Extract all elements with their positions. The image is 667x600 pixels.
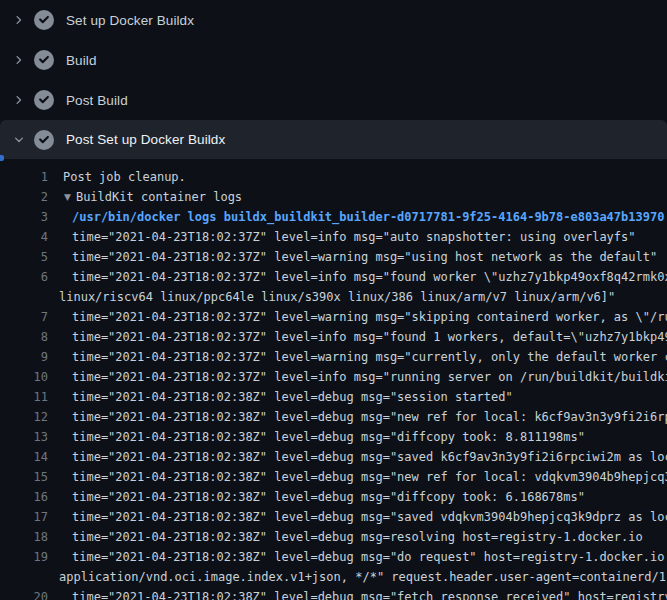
log-line-number[interactable]: 11 bbox=[0, 387, 48, 407]
log-line-number bbox=[0, 287, 48, 307]
log-line-number[interactable]: 15 bbox=[0, 467, 48, 487]
check-circle-icon bbox=[34, 10, 54, 30]
log-line-number[interactable]: 19 bbox=[0, 547, 48, 567]
log-line: 14 time="2021-04-23T18:02:38Z" level=deb… bbox=[0, 447, 667, 467]
chevron-down-icon[interactable] bbox=[12, 133, 26, 147]
step-row-post-set-up-docker-buildx[interactable]: Post Set up Docker Buildx bbox=[0, 120, 667, 159]
log-line-number[interactable]: 20 bbox=[0, 587, 48, 600]
log-line-number bbox=[0, 567, 48, 587]
log-line-number[interactable]: 10 bbox=[0, 367, 48, 387]
log-line-text: time="2021-04-23T18:02:38Z" level=debug … bbox=[48, 447, 667, 467]
log-line-number[interactable]: 9 bbox=[0, 347, 48, 367]
step-label: Post Build bbox=[66, 93, 128, 108]
log-panel: 1 Post job cleanup. 2 ▼BuildKit containe… bbox=[0, 159, 667, 600]
actions-log-viewer: Set up Docker Buildx Build Post Build bbox=[0, 0, 667, 600]
log-line-text: application/vnd.oci.image.index.v1+json,… bbox=[48, 567, 667, 587]
log-line: 6 time="2021-04-23T18:02:37Z" level=info… bbox=[0, 267, 667, 287]
log-line-number[interactable]: 6 bbox=[0, 267, 48, 287]
log-line-number[interactable]: 17 bbox=[0, 507, 48, 527]
log-line-text: time="2021-04-23T18:02:37Z" level=warnin… bbox=[48, 307, 667, 327]
log-line-text: time="2021-04-23T18:02:37Z" level=warnin… bbox=[48, 247, 657, 267]
log-line-number[interactable]: 4 bbox=[0, 227, 48, 247]
log-line-number[interactable]: 3 bbox=[0, 207, 48, 227]
step-row-build[interactable]: Build bbox=[0, 40, 667, 80]
check-circle-icon bbox=[34, 50, 54, 70]
log-line-text: time="2021-04-23T18:02:38Z" level=debug … bbox=[48, 387, 513, 407]
log-line-text: time="2021-04-23T18:02:37Z" level=info m… bbox=[48, 367, 667, 387]
log-line-number[interactable]: 7 bbox=[0, 307, 48, 327]
log-line-text: time="2021-04-23T18:02:38Z" level=debug … bbox=[48, 487, 585, 507]
log-line-text: time="2021-04-23T18:02:38Z" level=debug … bbox=[48, 507, 667, 527]
log-line-text: time="2021-04-23T18:02:38Z" level=debug … bbox=[48, 547, 667, 567]
log-line-number[interactable]: 8 bbox=[0, 327, 48, 347]
log-line-text: linux/riscv64 linux/ppc64le linux/s390x … bbox=[48, 287, 615, 307]
log-line: 13 time="2021-04-23T18:02:38Z" level=deb… bbox=[0, 427, 667, 447]
log-line: 12 time="2021-04-23T18:02:38Z" level=deb… bbox=[0, 407, 667, 427]
log-line-text: time="2021-04-23T18:02:38Z" level=debug … bbox=[48, 467, 667, 487]
log-line: 19 time="2021-04-23T18:02:38Z" level=deb… bbox=[0, 547, 667, 567]
log-line: 18 time="2021-04-23T18:02:38Z" level=deb… bbox=[0, 527, 667, 547]
step-row-post-build[interactable]: Post Build bbox=[0, 80, 667, 120]
log-line-number[interactable]: 13 bbox=[0, 427, 48, 447]
steps-list: Set up Docker Buildx Build Post Build bbox=[0, 0, 667, 159]
log-line: 4 time="2021-04-23T18:02:37Z" level=info… bbox=[0, 227, 667, 247]
log-line-text: time="2021-04-23T18:02:37Z" level=warnin… bbox=[48, 347, 667, 367]
log-line-number[interactable]: 16 bbox=[0, 487, 48, 507]
log-line-text: time="2021-04-23T18:02:37Z" level=info m… bbox=[48, 327, 667, 347]
step-label: Post Set up Docker Buildx bbox=[66, 132, 225, 147]
log-line: application/vnd.oci.image.index.v1+json,… bbox=[0, 567, 667, 587]
step-label: Set up Docker Buildx bbox=[66, 13, 194, 28]
log-line-number[interactable]: 1 bbox=[0, 167, 48, 187]
log-line-text: time="2021-04-23T18:02:38Z" level=debug … bbox=[48, 427, 585, 447]
log-line-text: time="2021-04-23T18:02:37Z" level=info m… bbox=[48, 267, 667, 287]
log-line: 3 /usr/bin/docker logs buildx_buildkit_b… bbox=[0, 207, 667, 227]
log-line-text: time="2021-04-23T18:02:37Z" level=info m… bbox=[48, 227, 636, 247]
log-line: linux/riscv64 linux/ppc64le linux/s390x … bbox=[0, 287, 667, 307]
log-line: 8 time="2021-04-23T18:02:37Z" level=info… bbox=[0, 327, 667, 347]
log-line: 9 time="2021-04-23T18:02:37Z" level=warn… bbox=[0, 347, 667, 367]
focus-accent bbox=[0, 155, 4, 161]
group-toggle-icon[interactable]: ▼ bbox=[64, 187, 71, 207]
log-line: 5 time="2021-04-23T18:02:37Z" level=warn… bbox=[0, 247, 667, 267]
log-line-text: time="2021-04-23T18:02:38Z" level=debug … bbox=[48, 527, 643, 547]
log-line-text: Post job cleanup. bbox=[48, 167, 186, 187]
chevron-right-icon[interactable] bbox=[12, 13, 26, 27]
log-line-number[interactable]: 18 bbox=[0, 527, 48, 547]
log-line-number[interactable]: 14 bbox=[0, 447, 48, 467]
chevron-right-icon[interactable] bbox=[12, 53, 26, 67]
log-line-text: ▼BuildKit container logs bbox=[48, 187, 242, 207]
log-line: 11 time="2021-04-23T18:02:38Z" level=deb… bbox=[0, 387, 667, 407]
log-line: 16 time="2021-04-23T18:02:38Z" level=deb… bbox=[0, 487, 667, 507]
log-line-number[interactable]: 5 bbox=[0, 247, 48, 267]
check-circle-icon bbox=[34, 130, 54, 150]
log-line: 10 time="2021-04-23T18:02:37Z" level=inf… bbox=[0, 367, 667, 387]
log-line: 17 time="2021-04-23T18:02:38Z" level=deb… bbox=[0, 507, 667, 527]
log-line: 1 Post job cleanup. bbox=[0, 167, 667, 187]
log-line-text: time="2021-04-23T18:02:38Z" level=debug … bbox=[48, 587, 667, 600]
log-line-text: /usr/bin/docker logs buildx_buildkit_bui… bbox=[48, 207, 664, 227]
check-circle-icon bbox=[34, 90, 54, 110]
step-label: Build bbox=[66, 53, 97, 68]
group-title[interactable]: BuildKit container logs bbox=[76, 190, 242, 204]
step-row-set-up-docker-buildx[interactable]: Set up Docker Buildx bbox=[0, 0, 667, 40]
chevron-right-icon[interactable] bbox=[12, 93, 26, 107]
log-line: 20 time="2021-04-23T18:02:38Z" level=deb… bbox=[0, 587, 667, 600]
log-line-number[interactable]: 12 bbox=[0, 407, 48, 427]
log-line-text: time="2021-04-23T18:02:38Z" level=debug … bbox=[48, 407, 667, 427]
log-line: 7 time="2021-04-23T18:02:37Z" level=warn… bbox=[0, 307, 667, 327]
log-line-number[interactable]: 2 bbox=[0, 187, 48, 207]
log-group-header[interactable]: 2 ▼BuildKit container logs bbox=[0, 187, 667, 207]
log-line: 15 time="2021-04-23T18:02:38Z" level=deb… bbox=[0, 467, 667, 487]
